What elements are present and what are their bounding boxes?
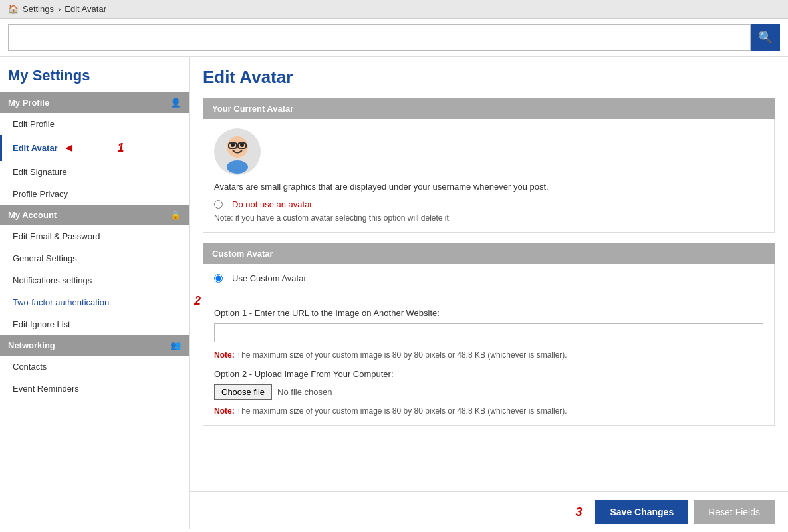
sidebar-section-label: My Profile [8,98,49,108]
max-size-note-1: Note: The maximum size of your custom im… [214,350,763,360]
sidebar-item-edit-ignore-list[interactable]: Edit Ignore List [0,313,189,335]
custom-avatar-header: Custom Avatar [203,243,775,264]
main-layout: My Settings My Profile 👤 Edit Profile Ed… [0,57,788,529]
annotation-marker-3: 3 [575,505,582,519]
avatar-image [214,128,261,175]
sidebar-section-my-profile: My Profile 👤 [0,92,189,113]
sidebar-section-networking: Networking 👥 [0,335,189,356]
bottom-action-bar: 3 Save Changes Reset Fields [190,491,788,529]
delete-avatar-note: Note: if you have a custom avatar select… [214,213,763,223]
current-avatar-section-body: Avatars are small graphics that are disp… [203,119,775,233]
current-avatar-header: Your Current Avatar [203,98,775,119]
annotation-1: 1 [118,141,124,155]
breadcrumb-current: Edit Avatar [65,4,106,14]
reset-fields-button[interactable]: Reset Fields [694,500,775,524]
save-changes-button[interactable]: Save Changes [595,500,688,524]
breadcrumb-bar: 🏠 Settings › Edit Avatar [0,0,788,19]
sidebar: My Settings My Profile 👤 Edit Profile Ed… [0,57,190,529]
two-factor-link[interactable]: Two-factor authentication [13,297,109,307]
note-text-2: The maximum size of your custom image is… [237,406,567,416]
delete-note-text: if you have a custom avatar selecting th… [235,213,451,223]
no-file-label: No file chosen [277,387,332,397]
sidebar-item-two-factor-auth[interactable]: Two-factor authentication [0,291,189,313]
sidebar-item-profile-privacy[interactable]: Profile Privacy [0,183,189,205]
note-text-1: The maximum size of your custom image is… [237,350,567,360]
option1-label: Option 1 - Enter the URL to the Image on… [214,308,763,318]
avatar-description: Avatars are small graphics that are disp… [214,182,763,192]
svg-point-7 [227,160,248,174]
no-avatar-radio[interactable] [214,200,223,209]
sidebar-item-edit-signature[interactable]: Edit Signature [0,161,189,183]
use-custom-avatar-radio[interactable] [214,274,223,283]
sidebar-item-notifications-settings[interactable]: Notifications settings [0,269,189,291]
option2-label: Option 2 - Upload Image From Your Comput… [214,369,763,379]
search-button[interactable]: 🔍 [751,24,780,51]
page-title: Edit Avatar [203,67,775,88]
sidebar-item-general-settings[interactable]: General Settings [0,247,189,269]
no-avatar-label[interactable]: Do not use an avatar [232,200,313,209]
sidebar-title: My Settings [0,57,189,92]
sidebar-item-contacts[interactable]: Contacts [0,356,189,378]
sidebar-section-label: My Account [8,210,57,220]
search-bar: 🔍 [0,19,788,57]
use-custom-avatar-option: Use Custom Avatar [214,273,763,283]
main-content: Edit Avatar Your Current Avatar [190,57,788,529]
url-input[interactable] [214,323,763,342]
home-icon: 🏠 [8,4,19,14]
upload-row: Choose file No file chosen [214,384,763,400]
svg-point-1 [227,136,248,158]
arrow-indicator: ◄ [63,141,75,155]
sidebar-section-label: Networking [8,340,55,350]
sidebar-item-edit-profile[interactable]: Edit Profile [0,113,189,135]
search-input[interactable] [8,24,751,51]
no-avatar-option: Do not use an avatar [214,200,763,209]
max-size-note-2: Note: The maximum size of your custom im… [214,406,763,416]
lock-icon: 🔒 [170,210,181,220]
annotation-marker-2: 2 [194,294,201,308]
sidebar-item-event-reminders[interactable]: Event Reminders [0,378,189,400]
profile-icon: 👤 [170,98,181,108]
networking-icon: 👥 [170,340,181,350]
sidebar-item-edit-avatar[interactable]: Edit Avatar ◄ 1 [0,135,189,161]
use-custom-avatar-label[interactable]: Use Custom Avatar [232,273,307,283]
sidebar-item-edit-email-password[interactable]: Edit Email & Password [0,225,189,247]
breadcrumb-separator: › [58,4,61,14]
choose-file-button[interactable]: Choose file [214,384,272,400]
breadcrumb-settings: Settings [23,4,54,14]
avatar-svg [214,128,261,175]
custom-avatar-section-body: Use Custom Avatar 2 Option 1 - Enter the… [203,264,775,426]
sidebar-section-my-account: My Account 🔒 [0,205,189,225]
